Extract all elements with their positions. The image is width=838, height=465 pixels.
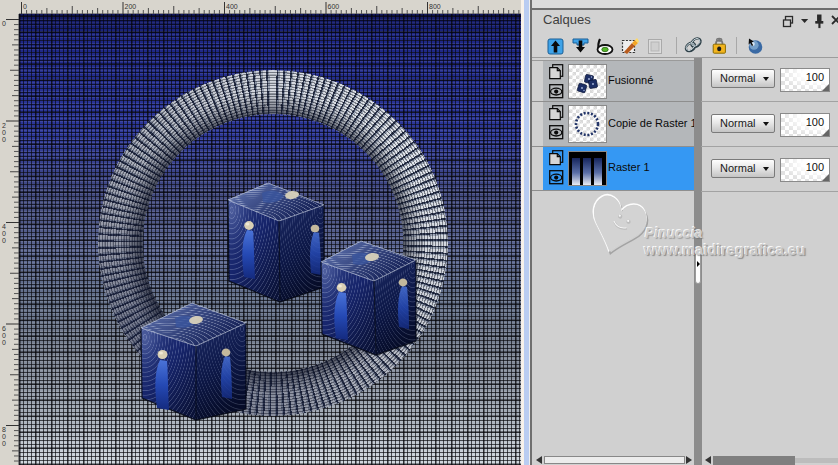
svg-text:0: 0 <box>2 339 6 346</box>
svg-text:2: 2 <box>2 122 6 129</box>
svg-text:400: 400 <box>226 3 238 10</box>
svg-text:0: 0 <box>2 433 6 440</box>
svg-text:0: 0 <box>23 3 27 10</box>
svg-text:0: 0 <box>2 20 6 27</box>
svg-text:800: 800 <box>429 3 441 10</box>
svg-text:600: 600 <box>328 3 340 10</box>
svg-text:0: 0 <box>2 129 6 136</box>
svg-text:4: 4 <box>2 223 6 230</box>
svg-text:6: 6 <box>2 325 6 332</box>
svg-text:0: 0 <box>2 230 6 237</box>
svg-text:8: 8 <box>2 426 6 433</box>
svg-text:0: 0 <box>2 237 6 244</box>
svg-text:0: 0 <box>2 332 6 339</box>
svg-text:200: 200 <box>125 3 137 10</box>
svg-text:0: 0 <box>2 136 6 143</box>
svg-text:0: 0 <box>2 440 6 447</box>
